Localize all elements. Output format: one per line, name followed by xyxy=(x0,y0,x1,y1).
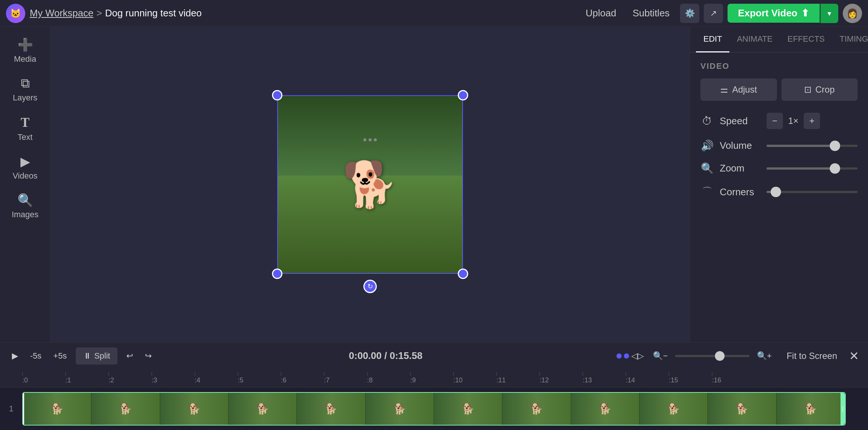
corners-control: ⌒ Corners xyxy=(700,185,858,199)
speed-increase-button[interactable]: + xyxy=(804,113,820,129)
resize-dot xyxy=(363,138,366,141)
project-name: Dog running test video xyxy=(105,7,202,19)
subtitles-button[interactable]: Subtitles xyxy=(626,4,676,22)
breadcrumb-separator: > xyxy=(96,7,102,19)
speed-controls: − 1× + xyxy=(767,113,858,129)
video-track[interactable]: | 🐕 🐕 🐕 🐕 🐕 🐕 🐕 🐕 🐕 🐕 🐕 🐕 xyxy=(22,392,846,426)
timeline-zoom: 🔍− 🔍+ xyxy=(650,348,775,364)
sidebar-item-label: Videos xyxy=(13,171,38,181)
right-panel: EDIT ANIMATE EFFECTS TIMING VIDEO ⚌ Adju… xyxy=(690,27,868,342)
video-frame[interactable]: 🐕 ↻ xyxy=(277,95,463,274)
profile-avatar[interactable]: 👩 xyxy=(843,4,862,23)
back5-label: -5s xyxy=(30,351,42,361)
track-handle-right[interactable]: | xyxy=(841,393,845,425)
time-separator: / xyxy=(384,350,389,361)
resize-handle-tl[interactable] xyxy=(272,90,282,100)
timeline-tracks: 1 | 🐕 🐕 🐕 🐕 🐕 🐕 🐕 🐕 🐕 🐕 🐕 🐕 xyxy=(0,388,868,430)
resize-handle-br[interactable] xyxy=(458,269,468,279)
app-logo[interactable]: 🐱 xyxy=(6,4,25,23)
corners-slider-track[interactable] xyxy=(767,191,858,193)
track-frame-3: 🐕 xyxy=(160,393,229,425)
adjust-button[interactable]: ⚌ Adjust xyxy=(700,78,777,101)
volume-slider-track[interactable] xyxy=(767,145,858,147)
section-video-title: VIDEO xyxy=(700,61,858,71)
zoom-slider-thumb[interactable] xyxy=(715,351,725,361)
left-sidebar: ➕ Media ⧉ Layers T Text ▶ Videos 🔍 Image… xyxy=(0,27,51,342)
corners-slider-container xyxy=(767,191,858,193)
sidebar-item-text[interactable]: T Text xyxy=(3,110,48,147)
text-icon: T xyxy=(20,115,29,130)
redo-button[interactable]: ↪ xyxy=(142,348,155,364)
workspace-link[interactable]: My Workspace xyxy=(30,7,93,19)
sidebar-item-videos[interactable]: ▶ Videos xyxy=(3,150,48,185)
rotate-handle[interactable]: ↻ xyxy=(363,280,377,293)
video-action-buttons: ⚌ Adjust ⊡ Crop xyxy=(700,78,858,101)
resize-handle-tr[interactable] xyxy=(458,90,468,100)
fit-screen-button[interactable]: Fit to Screen xyxy=(781,348,843,364)
volume-slider-container xyxy=(767,145,858,147)
track-frame-10: 🐕 xyxy=(639,393,708,425)
close-button[interactable]: ✕ xyxy=(849,349,859,363)
sidebar-item-layers[interactable]: ⧉ Layers xyxy=(3,71,48,107)
undo-icon: ↩ xyxy=(126,351,133,361)
tab-effects[interactable]: EFFECTS xyxy=(780,27,832,52)
ruler-mark-10: :10 xyxy=(453,376,496,384)
upload-button[interactable]: Upload xyxy=(580,4,622,22)
sidebar-item-label: Layers xyxy=(13,93,37,103)
layers-icon: ⧉ xyxy=(21,76,30,91)
zoom-slider[interactable] xyxy=(675,355,749,357)
export-video-button[interactable]: Export Video ⬆ xyxy=(728,4,820,23)
time-display: 0:00.00 / 0:15.58 xyxy=(161,350,610,362)
undo-button[interactable]: ↩ xyxy=(123,348,136,364)
tab-timing[interactable]: TIMING xyxy=(832,27,868,52)
crop-button[interactable]: ⊡ Crop xyxy=(781,78,858,101)
corners-label: Corners xyxy=(720,186,761,198)
ruler-mark-11: :11 xyxy=(496,376,540,384)
speed-decrease-button[interactable]: − xyxy=(767,113,783,129)
resize-handle-bl[interactable] xyxy=(272,269,282,279)
zoom-out-button[interactable]: 🔍− xyxy=(650,348,671,364)
sidebar-item-images[interactable]: 🔍 Images xyxy=(3,188,48,224)
corners-slider-thumb[interactable] xyxy=(771,187,781,197)
sidebar-item-media[interactable]: ➕ Media xyxy=(3,33,48,68)
timeline-ruler: :0 :1 :2 :3 :4 :5 :6 :7 :8 :9 :10 :11 :1… xyxy=(0,369,868,388)
track-frame-11: 🐕 xyxy=(708,393,776,425)
ruler-mark-13: :13 xyxy=(583,376,626,384)
split-label: Split xyxy=(94,351,110,361)
forward5-button[interactable]: +5s xyxy=(51,348,70,364)
volume-slider-thumb[interactable] xyxy=(830,141,840,151)
speed-dot-right xyxy=(624,353,629,359)
playhead[interactable] xyxy=(23,393,24,425)
zoom-slider-thumb[interactable] xyxy=(830,163,840,174)
images-icon: 🔍 xyxy=(17,193,33,208)
track-frames: 🐕 🐕 🐕 🐕 🐕 🐕 🐕 🐕 🐕 🐕 🐕 🐕 xyxy=(23,393,845,425)
ruler-mark-1: :1 xyxy=(65,376,108,384)
ruler-mark-8: :8 xyxy=(367,376,410,384)
speed-control: ⏱ Speed − 1× + xyxy=(700,113,858,129)
export-container: Export Video ⬆ ▾ xyxy=(728,4,838,23)
volume-slider-fill xyxy=(767,145,835,147)
sidebar-item-label: Text xyxy=(17,132,32,142)
track-frame-5: 🐕 xyxy=(297,393,365,425)
share-button[interactable]: ↗ xyxy=(704,4,723,23)
share-icon: ↗ xyxy=(710,9,717,18)
track-frame-6: 🐕 xyxy=(366,393,434,425)
ruler-mark-4: :4 xyxy=(195,376,238,384)
settings-button[interactable]: ⚙️ xyxy=(680,4,699,23)
zoom-slider-container xyxy=(767,167,858,170)
zoom-slider-track[interactable] xyxy=(767,167,858,170)
speed-label: Speed xyxy=(720,115,761,127)
export-dropdown-button[interactable]: ▾ xyxy=(820,4,838,23)
tab-edit[interactable]: EDIT xyxy=(696,27,729,52)
ruler-mark-6: :6 xyxy=(281,376,324,384)
zoom-in-button[interactable]: 🔍+ xyxy=(754,348,775,364)
play-button[interactable]: ▶ xyxy=(9,348,21,364)
dog-image: 🐕 xyxy=(342,158,398,211)
track-frame-12: 🐕 xyxy=(777,393,845,425)
tab-animate[interactable]: ANIMATE xyxy=(729,27,780,52)
ruler-marks: :0 :1 :2 :3 :4 :5 :6 :7 :8 :9 :10 :11 :1… xyxy=(22,376,755,384)
back5-button[interactable]: -5s xyxy=(27,348,45,364)
split-button[interactable]: ⏸ Split xyxy=(76,347,118,365)
ruler-mark-12: :12 xyxy=(540,376,583,384)
zoom-label: Zoom xyxy=(720,163,761,174)
